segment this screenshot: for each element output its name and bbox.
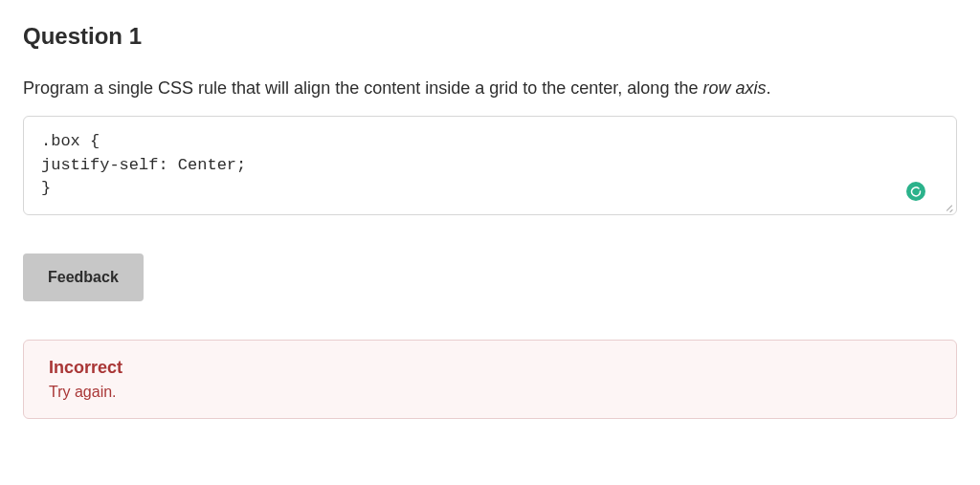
grammarly-icon[interactable] <box>906 182 925 201</box>
prompt-text-before: Program a single CSS rule that will alig… <box>23 78 702 98</box>
feedback-button[interactable]: Feedback <box>23 254 144 301</box>
feedback-panel: Incorrect Try again. <box>23 340 957 419</box>
prompt-italic: row axis <box>702 78 766 98</box>
code-input-value: .box { justify-self: Center; } <box>41 130 939 201</box>
feedback-message: Try again. <box>49 384 931 401</box>
code-input[interactable]: .box { justify-self: Center; } <box>23 116 957 215</box>
resize-handle-icon <box>943 201 954 212</box>
question-title: Question 1 <box>23 23 957 50</box>
prompt-text-after: . <box>766 78 770 98</box>
question-prompt: Program a single CSS rule that will alig… <box>23 77 957 100</box>
feedback-status: Incorrect <box>49 358 931 378</box>
